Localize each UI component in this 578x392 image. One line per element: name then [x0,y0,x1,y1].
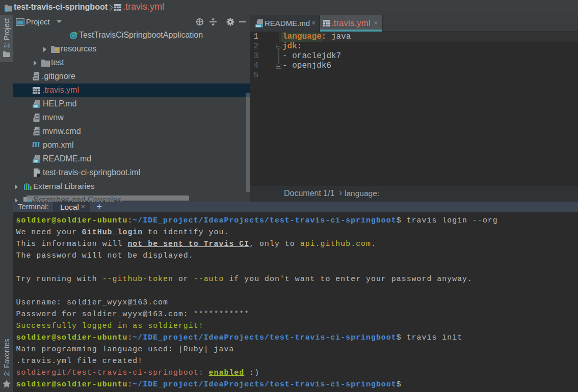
svg-text:MD: MD [33,104,38,108]
svg-text:MD: MD [33,159,38,163]
svg-text:MD: MD [256,24,261,27]
